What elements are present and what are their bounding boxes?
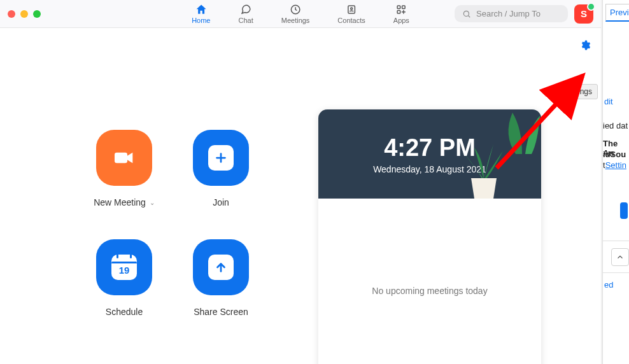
side-link[interactable]: ed xyxy=(604,280,613,290)
preview-tab[interactable]: Previ xyxy=(605,4,629,22)
join-action: Join xyxy=(173,130,269,207)
tab-label: Chat xyxy=(238,17,253,24)
search-icon xyxy=(462,10,471,18)
home-icon xyxy=(195,3,208,16)
tab-chat[interactable]: Chat xyxy=(238,3,253,24)
tab-contacts[interactable]: Contacts xyxy=(337,3,365,24)
calendar-day: 19 xyxy=(119,265,130,276)
window-controls xyxy=(8,10,41,18)
tab-apps[interactable]: Apps xyxy=(393,3,409,24)
titlebar-right: Search / Jump To S xyxy=(455,4,593,24)
zoom-main-window: Home Chat Meetings Contacts xyxy=(0,0,602,364)
edit-link[interactable]: dit xyxy=(604,97,613,106)
schedule-action: 19 Schedule xyxy=(76,239,172,317)
tab-home[interactable]: Home xyxy=(192,3,210,24)
svg-rect-3 xyxy=(397,6,400,9)
share-screen-label: Share Screen xyxy=(194,307,248,317)
plant-pot-icon xyxy=(455,141,512,199)
titlebar: Home Chat Meetings Contacts xyxy=(0,0,601,28)
new-meeting-button[interactable] xyxy=(96,130,152,186)
tab-label: Contacts xyxy=(337,17,365,24)
video-icon xyxy=(111,145,137,171)
search-placeholder: Search / Jump To xyxy=(476,9,541,18)
new-meeting-label[interactable]: New Meeting ⌄ xyxy=(94,197,155,207)
clock-icon xyxy=(289,3,302,16)
svg-rect-5 xyxy=(397,11,400,14)
settings-tooltip: Settings xyxy=(559,84,598,99)
avatar[interactable]: S xyxy=(574,4,593,24)
tab-label: Meetings xyxy=(281,17,310,24)
svg-point-2 xyxy=(351,8,353,10)
new-meeting-action: New Meeting ⌄ xyxy=(76,130,172,207)
minimize-window-button[interactable] xyxy=(20,10,28,18)
partial-button[interactable] xyxy=(620,202,628,219)
upcoming-meetings: No upcoming meetings today xyxy=(318,199,541,364)
contacts-icon xyxy=(345,3,358,16)
svg-rect-4 xyxy=(402,6,406,9)
plus-icon xyxy=(208,145,234,171)
action-grid: New Meeting ⌄ Join xyxy=(76,130,269,317)
collapse-toggle[interactable] xyxy=(611,248,629,266)
panel-hero: 4:27 PM Wednesday, 18 August 2021 xyxy=(318,109,541,199)
svg-rect-7 xyxy=(115,153,127,164)
search-input[interactable]: Search / Jump To xyxy=(455,5,568,22)
calendar-icon: 19 xyxy=(111,255,137,280)
settings-gear-icon[interactable] xyxy=(579,39,591,51)
join-button[interactable] xyxy=(193,130,249,186)
tab-label: Apps xyxy=(393,17,409,24)
divider xyxy=(603,272,629,273)
chat-icon xyxy=(239,3,252,16)
meetings-panel: 4:27 PM Wednesday, 18 August 2021 No upc… xyxy=(318,109,541,364)
settings-link[interactable]: Settin xyxy=(605,160,626,170)
upload-arrow-icon xyxy=(208,255,234,280)
tab-label: Home xyxy=(192,17,210,24)
side-text: ied dat xyxy=(603,121,628,130)
nav-tabs: Home Chat Meetings Contacts xyxy=(192,3,409,24)
background-window: Previ dit ied dat The An idSou t Settin … xyxy=(602,0,629,364)
schedule-button[interactable]: 19 xyxy=(96,239,152,295)
tab-meetings[interactable]: Meetings xyxy=(281,3,310,24)
share-screen-button[interactable] xyxy=(193,239,249,295)
join-label: Join xyxy=(213,197,229,207)
chevron-up-icon xyxy=(616,253,625,262)
schedule-label: Schedule xyxy=(106,307,143,317)
share-screen-action: Share Screen xyxy=(173,239,269,317)
close-window-button[interactable] xyxy=(8,10,15,18)
side-text: idSou xyxy=(603,150,626,159)
avatar-initial: S xyxy=(581,8,587,19)
empty-state-text: No upcoming meetings today xyxy=(372,286,487,296)
fullscreen-window-button[interactable] xyxy=(33,10,41,18)
chevron-down-icon: ⌄ xyxy=(150,199,155,206)
svg-point-6 xyxy=(463,11,469,16)
content: Settings New Meeting ⌄ Join xyxy=(0,28,601,364)
divider xyxy=(603,241,629,241)
side-row: t Settin xyxy=(603,160,626,170)
apps-icon xyxy=(395,3,407,16)
